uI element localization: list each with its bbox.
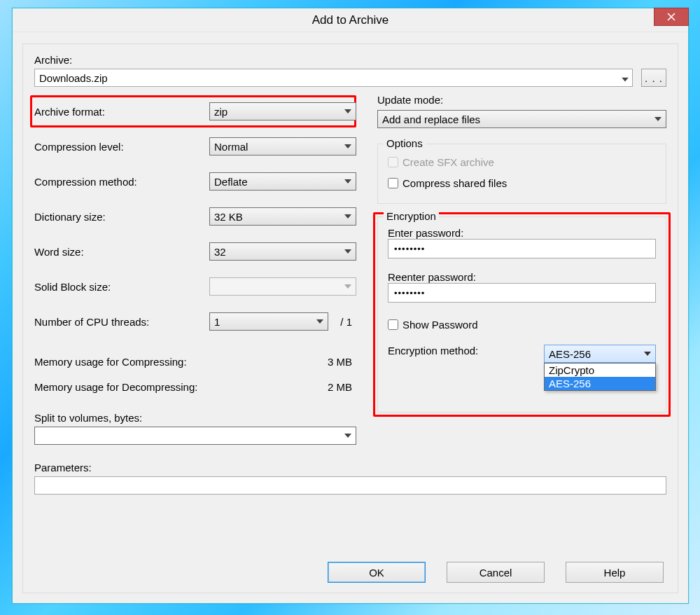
dict-value: 32 KB (214, 211, 243, 223)
update-label: Update mode: (377, 94, 666, 106)
title-bar: Add to Archive (13, 8, 688, 32)
cancel-button[interactable]: Cancel (447, 562, 545, 583)
close-button[interactable] (654, 8, 689, 26)
threads-combo[interactable]: 1 (209, 312, 328, 331)
row-method: Compression method: Deflate (34, 164, 356, 199)
archive-label: Archive: (34, 54, 666, 66)
word-combo[interactable]: 32 (209, 242, 356, 261)
params-row: Parameters: (34, 462, 666, 495)
chevron-down-icon (344, 179, 351, 184)
row-threads: Number of CPU threads: 1 / 1 (34, 304, 356, 339)
ok-button[interactable]: OK (328, 562, 426, 583)
mem-comp-value: 3 MB (328, 356, 352, 368)
encmethod-option-aes256[interactable]: AES-256 (545, 377, 655, 390)
threads-label: Number of CPU threads: (34, 316, 209, 328)
encmethod-dropdown[interactable]: ZipCrypto AES-256 (544, 363, 656, 391)
row-mem-compress: Memory usage for Compressing: 3 MB (34, 349, 356, 374)
chevron-down-icon (344, 284, 351, 289)
chevron-down-icon (344, 214, 351, 219)
row-solid: Solid Block size: (34, 269, 356, 304)
row-word: Word size: 32 (34, 234, 356, 269)
encmethod-combo[interactable]: AES-256 ZipCrypto AES-256 (544, 345, 656, 363)
showpw-row[interactable]: Show Password (388, 314, 656, 335)
row-mem-decompress: Memory usage for Decompressing: 2 MB (34, 374, 356, 399)
row-level: Compression level: Normal (34, 129, 356, 164)
chevron-down-icon[interactable] (622, 72, 629, 84)
dialog-body: Archive: . . . Archive format: (22, 43, 678, 593)
password-confirm-input[interactable] (388, 283, 656, 303)
chevron-down-icon (344, 249, 351, 254)
chevron-down-icon (344, 144, 351, 148)
encryption-group: Encryption Enter password: Reenter passw… (377, 216, 666, 413)
params-input[interactable] (34, 476, 666, 495)
threads-total: / 1 (328, 316, 356, 328)
update-value: Add and replace files (382, 113, 480, 125)
chevron-down-icon (316, 319, 323, 324)
chevron-down-icon (344, 434, 351, 438)
split-label: Split to volumes, bytes: (34, 412, 356, 424)
dialog-window: Add to Archive Archive: . . . (12, 8, 689, 604)
params-label: Parameters: (34, 462, 666, 474)
shared-checkbox-row[interactable]: Compress shared files (388, 172, 656, 193)
method-value: Deflate (214, 176, 248, 188)
close-icon (667, 11, 676, 23)
encmethod-value: AES-256 (549, 348, 591, 360)
help-button[interactable]: Help (566, 562, 664, 583)
options-title: Options (384, 137, 426, 149)
word-label: Word size: (34, 246, 209, 258)
chevron-down-icon (344, 109, 351, 113)
solid-combo (209, 277, 356, 296)
options-group: Options Create SFX archive Compress shar… (377, 144, 666, 204)
solid-label: Solid Block size: (34, 281, 209, 293)
row-format: Archive format: zip (34, 94, 356, 129)
button-bar: OK Cancel Help (328, 562, 664, 583)
sfx-label: Create SFX archive (402, 156, 494, 168)
level-combo[interactable]: Normal (209, 137, 356, 156)
encmethod-option-zipcrypto[interactable]: ZipCrypto (545, 364, 655, 377)
format-label: Archive format: (34, 106, 209, 118)
archive-name-input[interactable] (34, 69, 633, 87)
format-combo[interactable]: zip (209, 102, 356, 120)
word-value: 32 (214, 246, 226, 258)
sfx-checkbox-row: Create SFX archive (388, 151, 656, 172)
row-dict: Dictionary size: 32 KB (34, 199, 356, 234)
pw1-label: Enter password: (388, 227, 656, 239)
encmethod-label: Encryption method: (388, 345, 544, 357)
browse-label: . . . (645, 72, 663, 84)
encryption-title: Encryption (384, 210, 439, 222)
mem-decomp-label: Memory usage for Decompressing: (34, 381, 197, 393)
columns: Archive format: zip Compression level: N… (34, 94, 666, 445)
format-value: zip (214, 106, 227, 118)
showpw-checkbox[interactable] (388, 319, 398, 330)
level-label: Compression level: (34, 141, 209, 153)
method-label: Compression method: (34, 176, 209, 188)
showpw-label: Show Password (402, 319, 478, 331)
method-combo[interactable]: Deflate (209, 172, 356, 191)
split-combo[interactable] (34, 427, 356, 445)
mem-decomp-value: 2 MB (328, 381, 352, 393)
dict-label: Dictionary size: (34, 211, 209, 223)
sfx-checkbox (388, 157, 398, 167)
threads-value: 1 (214, 316, 220, 328)
password-input[interactable] (388, 239, 656, 258)
chevron-down-icon (654, 117, 662, 121)
window-title: Add to Archive (312, 13, 389, 27)
shared-checkbox[interactable] (388, 178, 398, 188)
left-column: Archive format: zip Compression level: N… (34, 94, 356, 445)
mem-comp-label: Memory usage for Compressing: (34, 356, 187, 368)
right-column: Update mode: Add and replace files Optio… (377, 94, 666, 445)
pw2-label: Reenter password: (388, 271, 656, 283)
browse-button[interactable]: . . . (641, 69, 666, 87)
archive-row: Archive: . . . (34, 54, 666, 87)
dict-combo[interactable]: 32 KB (209, 207, 356, 226)
update-combo[interactable]: Add and replace files (377, 110, 666, 128)
chevron-down-icon (644, 352, 651, 356)
shared-label: Compress shared files (402, 177, 507, 189)
level-value: Normal (214, 141, 248, 153)
